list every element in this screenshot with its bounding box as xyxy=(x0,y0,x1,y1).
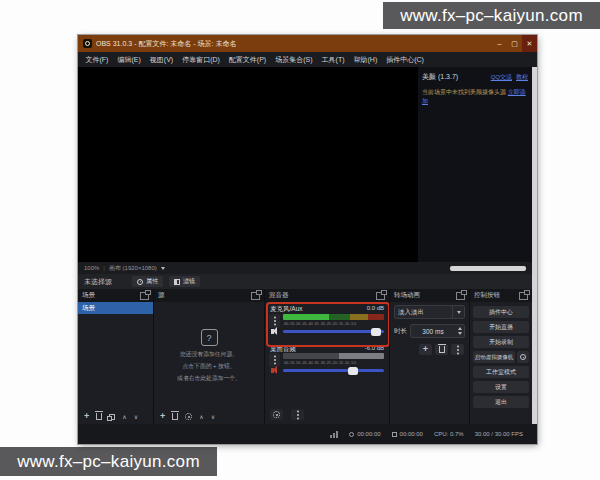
start-recording-button[interactable]: 开始录制 xyxy=(473,336,529,348)
add-scene-button[interactable]: + xyxy=(84,412,89,421)
menu-file[interactable]: 文件(F) xyxy=(81,52,113,67)
remove-scene-button[interactable] xyxy=(96,413,102,420)
vertical-scrollbar[interactable] xyxy=(532,67,537,424)
advanced-audio-button[interactable] xyxy=(270,409,283,420)
properties-button[interactable]: 属性 xyxy=(132,276,163,287)
properties-icon xyxy=(137,279,143,285)
filters-icon xyxy=(174,279,180,285)
transition-select[interactable]: 淡入淡出 xyxy=(394,305,465,319)
desktop-volume-meter xyxy=(283,353,384,359)
sources-empty-state[interactable]: ? 您还没有添加任何源。 点击下面的 + 按钮。 或者右击此处添加一个。 xyxy=(154,302,264,409)
dock-row: 场景 场景 + ∧ ∨ 源 ? 您还没有添加任 xyxy=(78,289,532,424)
stream-status-icon xyxy=(349,432,354,437)
mic-channel-name: 麦克风/Aux xyxy=(270,305,303,314)
spinner-down-icon[interactable] xyxy=(458,332,462,335)
popout-icon[interactable] xyxy=(376,292,385,300)
mic-options-button[interactable] xyxy=(269,314,280,328)
filters-label: 滤镜 xyxy=(183,277,195,286)
move-scene-down-button[interactable]: ∨ xyxy=(134,414,138,420)
add-source-button[interactable]: + xyxy=(160,412,165,421)
menu-tools[interactable]: 工具(T) xyxy=(317,52,349,67)
status-bar: 00:00:00 00:00:00 CPU: 0.7% 30.00 / 30.0… xyxy=(78,424,532,444)
fps-counter: 30.00 / 30.00 FPS xyxy=(475,431,523,437)
chevron-down-icon[interactable] xyxy=(161,267,165,270)
beauty-qq-link[interactable]: QQ交流 xyxy=(491,73,512,82)
duration-spinner[interactable]: 300 ms xyxy=(410,324,465,338)
remove-source-button[interactable] xyxy=(172,413,178,420)
kebab-icon xyxy=(274,359,276,361)
exit-button[interactable]: 退出 xyxy=(473,396,529,408)
popout-icon[interactable] xyxy=(251,292,260,300)
popout-icon[interactable] xyxy=(140,292,149,300)
speaker-icon[interactable] xyxy=(271,329,274,334)
duplicate-scene-button[interactable] xyxy=(109,414,115,420)
watermark-bottom: www.fx–pc–kaiyun.com xyxy=(0,447,217,476)
network-signal-icon xyxy=(330,431,338,438)
kebab-icon xyxy=(457,349,459,351)
desktop-channel-level: -6.0 dB xyxy=(365,345,384,351)
menu-docks[interactable]: 停靠窗口(D) xyxy=(178,52,225,67)
mic-volume-meter xyxy=(283,314,384,320)
menu-edit[interactable]: 编辑(E) xyxy=(113,52,145,67)
duration-label: 时长 xyxy=(394,327,407,336)
menu-view[interactable]: 视图(V) xyxy=(145,52,177,67)
cpu-usage: CPU: 0.7% xyxy=(434,431,464,437)
virtual-camera-settings-button[interactable] xyxy=(517,351,529,363)
horizontal-scrollbar[interactable] xyxy=(450,266,526,271)
gear-icon xyxy=(273,411,280,418)
source-properties-button[interactable] xyxy=(185,413,192,420)
gear-icon xyxy=(520,354,526,360)
muted-speaker-icon[interactable] xyxy=(271,368,274,373)
window-title: OBS 31.0.3 - 配置文件: 未命名 - 场景: 未命名 xyxy=(96,39,236,49)
sources-empty-line: 点击下面的 + 按钮。 xyxy=(183,362,236,370)
transitions-title: 转场动画 xyxy=(394,291,456,300)
move-source-up-button[interactable]: ∧ xyxy=(199,414,203,420)
settings-button[interactable]: 设置 xyxy=(473,381,529,393)
controls-title: 控制按钮 xyxy=(474,291,519,300)
desktop-options-button[interactable] xyxy=(269,353,280,367)
kebab-icon xyxy=(297,414,299,416)
desktop-volume-slider[interactable] xyxy=(283,369,384,372)
filters-button[interactable]: 滤镜 xyxy=(169,276,200,287)
remove-transition-button[interactable] xyxy=(435,344,448,355)
title-bar[interactable]: OBS 31.0.3 - 配置文件: 未命名 - 场景: 未命名 – ▢ ✕ xyxy=(78,35,537,52)
duration-value: 300 ms xyxy=(411,328,455,335)
desktop-slider-handle[interactable] xyxy=(348,367,358,375)
menu-plugin-center[interactable]: 插件中心(C) xyxy=(382,52,429,67)
scene-list-item[interactable]: 场景 xyxy=(78,302,153,314)
properties-label: 属性 xyxy=(146,277,158,286)
menu-help[interactable]: 帮助(H) xyxy=(349,52,382,67)
studio-mode-button[interactable]: 工作室模式 xyxy=(473,366,529,378)
spinner-up-icon[interactable] xyxy=(458,327,462,330)
zoom-level: 100% xyxy=(84,265,99,271)
stream-timer: 00:00:00 xyxy=(349,431,380,437)
popout-icon[interactable] xyxy=(519,292,528,300)
start-streaming-button[interactable]: 开始直播 xyxy=(473,321,529,333)
close-button[interactable]: ✕ xyxy=(522,35,537,52)
add-transition-button[interactable]: + xyxy=(419,344,432,355)
mixer-title: 混音器 xyxy=(269,291,376,300)
transition-menu-button[interactable] xyxy=(451,344,464,355)
minimize-button[interactable]: – xyxy=(492,35,507,52)
mixer-menu-button[interactable] xyxy=(291,409,304,420)
move-source-down-button[interactable]: ∨ xyxy=(211,414,215,420)
plugin-center-button[interactable]: 插件中心 xyxy=(473,306,529,318)
mic-slider-handle[interactable] xyxy=(371,328,381,336)
stream-time: 00:00:00 xyxy=(357,431,380,437)
start-virtual-camera-button[interactable]: 启动虚拟摄像机 xyxy=(473,351,515,363)
menu-profile[interactable]: 配置文件(P) xyxy=(224,52,270,67)
canvas-resolution: 画布 (1920×1080) xyxy=(109,264,157,273)
beauty-tutorial-link[interactable]: 教程 xyxy=(516,73,528,82)
mic-volume-slider[interactable] xyxy=(283,330,384,333)
controls-dock: 控制按钮 插件中心 开始直播 开始录制 启动虚拟摄像机 工作室模式 设置 退出 xyxy=(470,289,532,424)
scenes-dock: 场景 场景 + ∧ ∨ xyxy=(78,289,153,424)
obs-app-icon xyxy=(83,39,92,48)
maximize-button[interactable]: ▢ xyxy=(507,35,522,52)
menu-scene-collection[interactable]: 场景集合(S) xyxy=(271,52,317,67)
preview-canvas[interactable] xyxy=(78,67,418,262)
popout-icon[interactable] xyxy=(456,292,465,300)
mic-channel-level: 0.0 dB xyxy=(367,305,384,311)
source-toolbar: 未选择源 属性 滤镜 xyxy=(78,274,532,289)
beauty-title: 美颜 (1.3.7) xyxy=(422,72,487,82)
move-scene-up-button[interactable]: ∧ xyxy=(122,414,126,420)
